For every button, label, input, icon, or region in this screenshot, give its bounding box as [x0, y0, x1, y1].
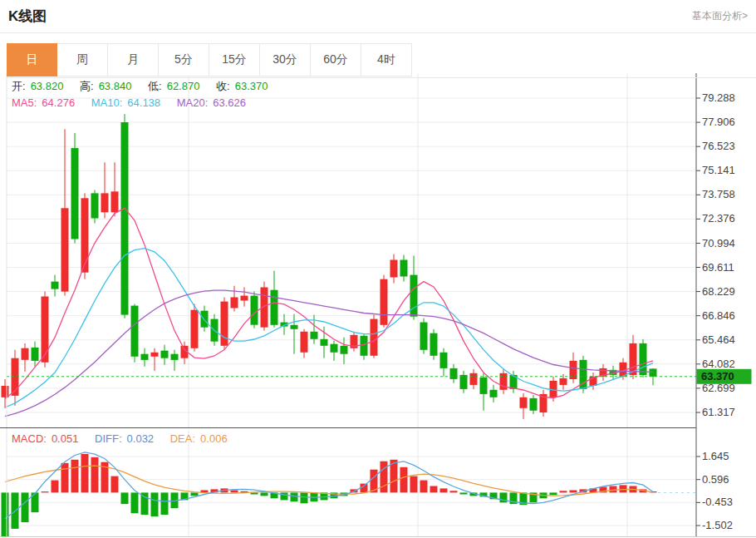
- candle-down[interactable]: [201, 311, 209, 328]
- macd-bar-positive[interactable]: [440, 488, 448, 492]
- macd-bar-negative[interactable]: [550, 492, 557, 495]
- candle-up[interactable]: [221, 302, 228, 346]
- candle-down[interactable]: [161, 351, 169, 358]
- candle-down[interactable]: [341, 346, 348, 354]
- tab-60min[interactable]: 60分: [311, 43, 361, 77]
- macd-bar-negative[interactable]: [191, 492, 199, 496]
- candle-down[interactable]: [321, 339, 328, 346]
- ma10-value: 64.138: [127, 96, 160, 109]
- ma20-value: 63.626: [213, 96, 246, 109]
- candle-down[interactable]: [121, 122, 129, 315]
- candle-up[interactable]: [380, 279, 388, 325]
- macd-bar-positive[interactable]: [400, 467, 408, 493]
- macd-bar-negative[interactable]: [281, 492, 288, 500]
- candle-up[interactable]: [371, 319, 378, 356]
- candle-down[interactable]: [251, 296, 258, 325]
- candle-down[interactable]: [131, 306, 139, 357]
- candle-up[interactable]: [231, 298, 238, 308]
- candle-down[interactable]: [171, 354, 179, 360]
- open-label: 开:: [12, 80, 26, 92]
- macd-bar-negative[interactable]: [301, 492, 308, 503]
- axis-label: -0.453: [702, 496, 733, 508]
- candle-down[interactable]: [650, 368, 657, 377]
- candle-down[interactable]: [271, 290, 278, 325]
- macd-bar-positive[interactable]: [231, 491, 238, 493]
- macd-bar-positive[interactable]: [560, 491, 567, 492]
- candle-down[interactable]: [420, 323, 428, 350]
- tab-4hour[interactable]: 4时: [361, 43, 412, 77]
- candle-down[interactable]: [640, 343, 647, 375]
- macd-bar-positive[interactable]: [91, 457, 99, 493]
- candle-down[interactable]: [311, 332, 318, 339]
- macd-bar-positive[interactable]: [361, 484, 368, 493]
- macd-bar-negative[interactable]: [2, 492, 9, 536]
- ma10-label: MA10:: [91, 96, 123, 109]
- macd-bar-positive[interactable]: [430, 486, 438, 493]
- tab-month[interactable]: 月: [108, 43, 159, 77]
- candle-up[interactable]: [61, 208, 69, 291]
- macd-bar-positive[interactable]: [380, 461, 388, 493]
- candle-up[interactable]: [81, 198, 89, 272]
- macd-bar-positive[interactable]: [570, 491, 577, 493]
- macd-bar-negative[interactable]: [161, 492, 169, 515]
- macd-bar-negative[interactable]: [151, 492, 159, 516]
- macd-bar-negative[interactable]: [291, 492, 298, 501]
- candle-down[interactable]: [71, 148, 79, 239]
- candle-down[interactable]: [530, 398, 538, 411]
- candle-up[interactable]: [560, 378, 567, 385]
- macd-bar-positive[interactable]: [42, 491, 49, 492]
- candle-down[interactable]: [460, 375, 468, 389]
- candle-up[interactable]: [151, 353, 159, 357]
- candle-up[interactable]: [301, 332, 308, 353]
- candle-up[interactable]: [101, 193, 109, 212]
- axis-label: 73.758: [702, 188, 735, 200]
- candle-up[interactable]: [22, 348, 29, 360]
- ohlc-legend: 开:63.820 高:63.840 低:62.870 收:63.370: [12, 79, 272, 94]
- axis-label: 69.611: [702, 261, 734, 274]
- candle-down[interactable]: [331, 344, 338, 353]
- candle-down[interactable]: [490, 390, 498, 397]
- axis-label: 72.376: [702, 212, 735, 225]
- candle-up[interactable]: [111, 191, 119, 212]
- macd-bar-positive[interactable]: [52, 481, 59, 493]
- candle-up[interactable]: [241, 296, 248, 301]
- macd-bar-negative[interactable]: [131, 492, 139, 513]
- macd-bar-positive[interactable]: [450, 491, 458, 492]
- macd-bar-negative[interactable]: [460, 492, 468, 494]
- close-label: 收:: [216, 80, 230, 92]
- macd-bar-positive[interactable]: [620, 485, 627, 492]
- macd-bar-negative[interactable]: [22, 492, 29, 522]
- tab-5min[interactable]: 5分: [159, 43, 209, 77]
- tab-15min[interactable]: 15分: [209, 43, 260, 77]
- macd-bar-positive[interactable]: [420, 481, 428, 493]
- candle-down[interactable]: [440, 353, 448, 368]
- candle-up[interactable]: [520, 397, 528, 408]
- tab-week[interactable]: 周: [57, 43, 108, 77]
- candle-down[interactable]: [480, 378, 488, 394]
- candle-down[interactable]: [141, 354, 149, 360]
- candle-down[interactable]: [430, 333, 438, 356]
- macd-bar-positive[interactable]: [610, 486, 617, 493]
- candle-up[interactable]: [191, 310, 199, 348]
- candle-down[interactable]: [91, 193, 99, 218]
- tab-30min[interactable]: 30分: [260, 43, 311, 77]
- macd-bar-positive[interactable]: [410, 476, 418, 493]
- macd-bar-positive[interactable]: [71, 460, 79, 493]
- macd-bar-positive[interactable]: [61, 463, 69, 493]
- candle-down[interactable]: [450, 368, 458, 379]
- candle-up[interactable]: [42, 297, 49, 363]
- macd-bar-negative[interactable]: [261, 492, 268, 496]
- macd-bar-positive[interactable]: [81, 454, 89, 492]
- candle-up[interactable]: [470, 373, 478, 385]
- candle-down[interactable]: [361, 336, 368, 356]
- candle-down[interactable]: [291, 325, 298, 329]
- macd-bar-positive[interactable]: [111, 476, 119, 493]
- macd-bar-negative[interactable]: [121, 492, 129, 504]
- macd-bar-negative[interactable]: [141, 492, 149, 515]
- candle-up[interactable]: [390, 260, 398, 278]
- candle-down[interactable]: [32, 348, 39, 361]
- tab-day[interactable]: 日: [7, 43, 57, 77]
- candle-down[interactable]: [400, 260, 408, 277]
- candle-down[interactable]: [52, 282, 59, 289]
- candle-up[interactable]: [2, 386, 9, 397]
